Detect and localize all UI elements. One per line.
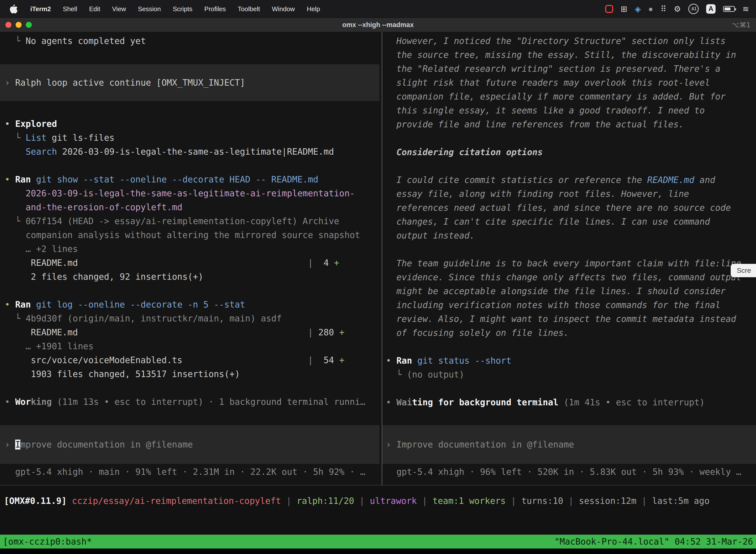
text-segment: | (308, 327, 313, 337)
minimize-window-button[interactable] (16, 22, 21, 28)
ralph-loop-banner: › Ralph loop active continue [OMX_TMUX_I… (0, 64, 379, 101)
terminal-line: slight risk that future readers may over… (386, 76, 756, 90)
omx-status-segment: | (563, 496, 579, 506)
menu-item-help[interactable]: Help (301, 0, 326, 18)
terminal-blank-line (386, 242, 756, 257)
terminal-line: • Ran git status --short (386, 354, 756, 368)
command-input[interactable]: › Improve documentation in @filename (0, 425, 379, 464)
menu-app-name[interactable]: iTerm2 (24, 0, 57, 18)
text-segment: 54 (313, 355, 339, 365)
keypad-icon[interactable]: ⠿ (660, 5, 666, 13)
text-segment: … +1901 lines (5, 341, 93, 351)
text-segment (78, 327, 308, 337)
text-segment: (11m 13s • esc to interrupt) · 1 backgro… (52, 397, 365, 407)
menu-lines-icon[interactable]: ≋ (742, 5, 749, 13)
tmux-session-window[interactable]: [omx-cczip0:bash* (3, 535, 92, 549)
terminal-blank-line (5, 381, 381, 395)
water-drop-icon[interactable]: ◈ (635, 5, 641, 13)
text-segment: evidence. Since this change only affects… (386, 272, 741, 282)
omx-status-segment: cczip/essay/ai-reimplementation-copyleft (72, 496, 281, 506)
close-window-button[interactable] (5, 22, 11, 28)
battery-cycle-badge[interactable]: .61 (688, 4, 699, 14)
circle-app-icon[interactable]: ● (648, 5, 653, 13)
terminal-blank-line (386, 340, 756, 354)
text-segment: 2026-03-09-is-legal-the-same-as-legitima… (57, 147, 334, 157)
text-segment: src/voice/voiceModeEnabled.ts (5, 355, 182, 365)
text-segment: slight risk that future readers may over… (386, 78, 710, 88)
text-segment: king (31, 397, 52, 407)
text-segment: Ran (15, 174, 31, 184)
terminal-line: › Improve documentation in @filename (386, 438, 756, 451)
menu-item-edit[interactable]: Edit (83, 0, 106, 18)
apple-menu-icon[interactable] (0, 4, 24, 13)
text-segment (78, 258, 308, 268)
text-segment: and-the-erosion-of-copyleft.md (5, 202, 182, 212)
window-grid-icon[interactable]: ⊞ (621, 5, 627, 13)
text-segment: Ran (15, 299, 31, 310)
text-segment: Ran (396, 356, 412, 366)
omx-status-segment: session:12m (579, 496, 636, 506)
text-segment: › (5, 440, 15, 449)
menu-item-profiles[interactable]: Profiles (198, 0, 232, 18)
terminal-line: of focusing solely on file lines. (386, 326, 756, 340)
menu-item-toolbelt[interactable]: Toolbelt (232, 0, 266, 18)
omx-status-line: [OMX#0.11.9] cczip/essay/ai-reimplementa… (4, 494, 756, 508)
terminal-line: └ List git ls-files (5, 131, 381, 145)
menu-bar: iTerm2 ShellEditViewSessionScriptsProfil… (0, 0, 756, 18)
terminal-line: 1903 files changed, 513517 insertions(+) (5, 367, 381, 381)
text-segment: (no output) (407, 370, 464, 380)
window-controls (0, 22, 32, 28)
text-segment (5, 147, 25, 157)
terminal-line: However, I noticed the "Directory Struct… (386, 34, 756, 48)
text-segment (182, 355, 308, 365)
terminal-line: essay file, along with finding root file… (386, 187, 756, 201)
text-segment: changes, I can't cite specific file line… (386, 217, 710, 227)
terminal-line: … +2 lines (5, 242, 381, 256)
terminal-pane-right[interactable]: However, I noticed the "Directory Struct… (382, 32, 756, 485)
terminal-line: evidence. Since this change only affects… (386, 270, 756, 284)
text-segment: › (5, 78, 15, 88)
gear-icon[interactable]: ⚙ (674, 5, 681, 13)
text-segment: 2 files changed, 92 insertions(+) (5, 272, 203, 282)
menu-item-scripts[interactable]: Scripts (167, 0, 198, 18)
terminal-line: └ No agents completed yet (5, 34, 381, 48)
text-segment: companion file, especially if more comme… (386, 92, 726, 102)
terminal-blank-line (386, 131, 756, 145)
command-input[interactable]: › Improve documentation in @filename (382, 425, 756, 464)
terminal-blank-line (386, 159, 756, 173)
text-segment: 2026-03-09-is-legal-the-same-as-legitima… (5, 188, 355, 198)
terminal-line: the source tree, missing the essay. Stil… (386, 48, 756, 62)
menu-item-window[interactable]: Window (266, 0, 301, 18)
terminal-line: provide file and line references from th… (386, 117, 756, 131)
omx-status-segment: | (417, 496, 433, 506)
screen-sharing-button[interactable]: Scre (731, 264, 756, 277)
text-segment: Ralph loop active continue [OMX_TMUX_INJ… (15, 78, 245, 88)
text-segment: • (5, 119, 15, 129)
window-title: omx --xhigh --madmax (342, 21, 414, 29)
text-segment: (1m 41s • esc to interrupt) (558, 397, 705, 407)
terminal-line: README.md | 4 + (5, 256, 381, 270)
text-segment: essay file, along with finding root file… (386, 189, 689, 199)
terminal-line: companion file, especially if more comme… (386, 90, 756, 104)
terminal-pane-left[interactable]: └ No agents completed yet› Ralph loop ac… (0, 32, 381, 485)
text-segment: • (5, 299, 15, 310)
input-source-icon[interactable]: A (706, 4, 715, 14)
terminal-line: and-the-erosion-of-copyleft.md (5, 200, 381, 214)
menu-item-shell[interactable]: Shell (57, 0, 83, 18)
text-segment: references need actual files, and since … (386, 203, 731, 213)
screen-recording-icon[interactable] (605, 5, 613, 13)
text-segment (31, 299, 36, 310)
terminal-blank-line (386, 382, 756, 395)
menu-item-session[interactable]: Session (132, 0, 167, 18)
menu-items: iTerm2 ShellEditViewSessionScriptsProfil… (24, 0, 326, 18)
text-segment: the "Related research writing" section i… (386, 64, 720, 74)
terminal-line: • Working (11m 13s • esc to interrupt) ·… (5, 395, 381, 409)
battery-icon[interactable] (723, 6, 735, 12)
terminal-line: • Waiting for background terminal (1m 41… (386, 395, 756, 409)
omx-status-segment: | (636, 496, 652, 506)
terminal-line: might be acceptable alongside the file l… (386, 284, 756, 298)
text-segment: companion analysis without altering the … (5, 230, 360, 240)
menu-item-view[interactable]: View (106, 0, 132, 18)
text-segment: Explored (15, 119, 57, 129)
zoom-window-button[interactable] (26, 22, 32, 28)
